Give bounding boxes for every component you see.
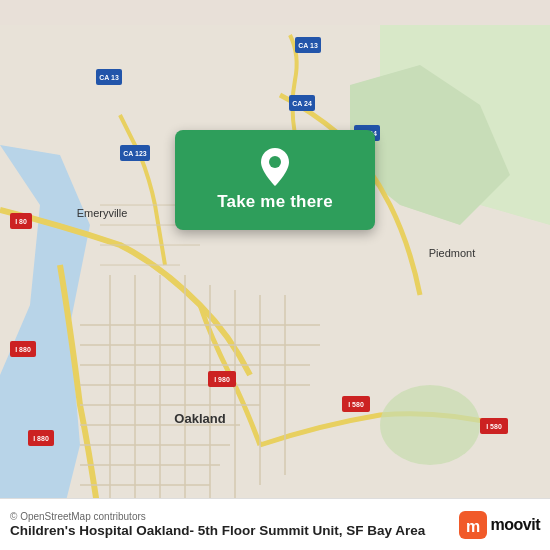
svg-text:Emeryville: Emeryville (77, 207, 128, 219)
svg-text:I 580: I 580 (486, 423, 502, 430)
svg-text:m: m (465, 518, 479, 535)
svg-text:I 980: I 980 (214, 376, 230, 383)
svg-text:CA 13: CA 13 (99, 74, 119, 81)
location-info: © OpenStreetMap contributors Children's … (10, 509, 449, 540)
navigate-button[interactable]: Take me there (175, 130, 375, 230)
moovit-icon: m (459, 511, 487, 539)
location-title: Children's Hospital Oakland- 5th Floor S… (10, 522, 449, 540)
cta-label: Take me there (217, 192, 333, 212)
moovit-logo: m moovit (459, 511, 540, 539)
svg-text:Oakland: Oakland (174, 411, 225, 426)
svg-text:I 880: I 880 (33, 435, 49, 442)
svg-point-51 (269, 156, 281, 168)
svg-text:CA 123: CA 123 (123, 150, 147, 157)
svg-text:I 880: I 880 (15, 346, 31, 353)
svg-text:I 580: I 580 (348, 401, 364, 408)
svg-text:CA 24: CA 24 (292, 100, 312, 107)
map-container: CA 13 CA 13 CA 123 CA 24 CA 24 I 80 I 88… (0, 0, 550, 550)
bottom-bar: © OpenStreetMap contributors Children's … (0, 498, 550, 550)
osm-attribution: © OpenStreetMap contributors (10, 511, 449, 522)
svg-text:CA 13: CA 13 (298, 42, 318, 49)
svg-text:I 80: I 80 (15, 218, 27, 225)
location-pin-icon (259, 148, 291, 186)
moovit-brand-text: moovit (491, 516, 540, 534)
svg-point-25 (380, 385, 480, 465)
svg-text:Piedmont: Piedmont (429, 247, 475, 259)
map-background: CA 13 CA 13 CA 123 CA 24 CA 24 I 80 I 88… (0, 0, 550, 550)
